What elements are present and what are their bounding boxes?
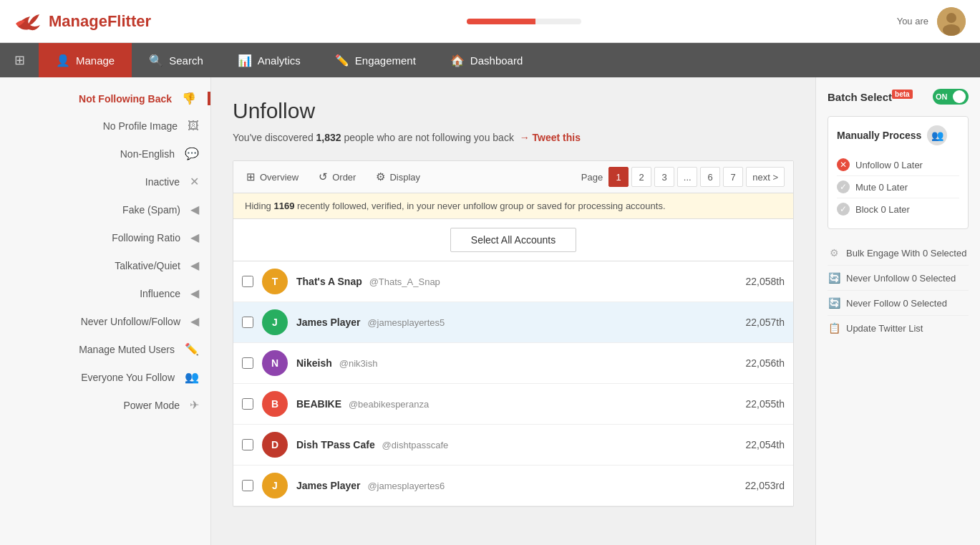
batch-select-header: Batch Selectbeta ON — [828, 89, 969, 105]
account-checkbox-5[interactable] — [242, 480, 253, 491]
nav-search[interactable]: 🔍 Search — [132, 43, 220, 77]
sidebar-item-no-profile-image[interactable]: No Profile Image 🖼 — [0, 112, 210, 140]
sidebar-item-talkative[interactable]: Talkative/Quiet ◀ — [0, 251, 210, 279]
x-icon: ✕ — [190, 175, 199, 188]
account-name-4: Dish TPass Cafe — [296, 439, 375, 450]
power-icon: ✈ — [190, 398, 199, 412]
account-checkbox-3[interactable] — [242, 398, 253, 410]
main-layout: Not Following Back 👎 No Profile Image 🖼 … — [0, 77, 980, 545]
chat-icon: 💬 — [185, 147, 199, 160]
sidebar-item-power-mode[interactable]: Power Mode ✈ — [0, 391, 210, 419]
sidebar-active-bar — [208, 92, 210, 105]
action-unfollow[interactable]: ✕ Unfollow 0 Later — [837, 154, 959, 176]
nav-manage[interactable]: 👤 Manage — [39, 43, 132, 77]
top-bar: ManageFlitter You are — [0, 0, 980, 43]
order-button[interactable]: ↺ Order — [314, 168, 360, 186]
analytics-nav-icon: 📊 — [238, 54, 252, 67]
sidebar-item-everyone-follow[interactable]: Everyone You Follow 👥 — [0, 363, 210, 391]
toggle-on[interactable]: ON — [933, 89, 969, 105]
account-checkbox-2[interactable] — [242, 357, 253, 369]
account-rank-1: 22,057th — [746, 317, 785, 328]
page-btn-7[interactable]: 7 — [723, 167, 743, 187]
account-avatar-4: D — [262, 432, 288, 458]
account-name-0: That's A Snap — [296, 276, 362, 287]
chevron-left-icon-fake: ◀ — [190, 203, 199, 216]
subtitle-prefix: You've discovered — [233, 132, 314, 143]
select-all-button[interactable]: Select All Accounts — [450, 228, 576, 252]
nav-analytics-label: Analytics — [258, 54, 301, 67]
account-row-5: J James Player @jamesplayertes6 22,053rd — [233, 466, 793, 506]
tweet-this-link[interactable]: → Tweet this — [520, 132, 581, 143]
gear-icon: ⚙ — [828, 246, 840, 259]
page-btn-6[interactable]: 6 — [700, 167, 720, 187]
hide-prefix: Hiding — [245, 201, 271, 211]
sidebar-label-following-ratio: Following Ratio — [0, 232, 180, 243]
account-rank-0: 22,058th — [746, 276, 785, 287]
order-label: Order — [332, 172, 356, 183]
beta-badge: beta — [892, 90, 913, 99]
account-name-2: Nikeish — [296, 357, 332, 369]
sidebar-item-following-ratio[interactable]: Following Ratio ◀ — [0, 223, 210, 251]
nav-dashboard-label: Dashboard — [470, 54, 523, 67]
nav-bar: ⊞ 👤 Manage 🔍 Search 📊 Analytics ✏️ Engag… — [0, 43, 980, 77]
sidebar-item-non-english[interactable]: Non-English 💬 — [0, 140, 210, 168]
refresh-icon-unfollow: 🔄 — [828, 271, 840, 284]
update-list-action[interactable]: 📋 Update Twitter List — [828, 316, 969, 340]
user-avatar[interactable] — [937, 7, 966, 36]
batch-toggle[interactable]: ON — [933, 89, 969, 105]
action-block[interactable]: ✓ Block 0 Later — [837, 198, 959, 220]
sidebar-item-influence[interactable]: Influence ◀ — [0, 279, 210, 307]
sidebar-label-fake-spam: Fake (Spam) — [0, 204, 180, 216]
logo-bird-icon — [14, 11, 43, 32]
account-avatar-5: J — [262, 473, 288, 498]
top-bar-right: You are — [897, 7, 966, 36]
right-panel: Batch Selectbeta ON Manually Process 👥 ✕… — [815, 77, 980, 545]
never-unfollow-action[interactable]: 🔄 Never Unfollow 0 Selected — [828, 266, 969, 291]
subtitle-suffix: people who are not following you back — [344, 132, 514, 143]
chevron-left-icon-never: ◀ — [190, 314, 199, 328]
page-btn-2[interactable]: 2 — [631, 167, 651, 187]
progress-bar — [467, 19, 581, 24]
chevron-left-icon-influence: ◀ — [190, 286, 199, 300]
you-are-label: You are — [897, 16, 928, 26]
nav-engagement[interactable]: ✏️ Engagement — [318, 43, 433, 77]
nav-manage-label: Manage — [76, 54, 115, 67]
account-info-1: James Player @jamesplayertes5 — [296, 317, 445, 328]
account-row-1: J James Player @jamesplayertes5 22,057th — [233, 302, 793, 343]
account-checkbox-4[interactable] — [242, 439, 253, 450]
account-row-0: T That's A Snap @Thats_A_Snap 22,058th — [233, 261, 793, 302]
account-avatar-2: N — [262, 350, 288, 376]
toggle-on-label: ON — [936, 92, 948, 101]
account-checkbox-1[interactable] — [242, 317, 253, 328]
bulk-engage-action[interactable]: ⚙ Bulk Engage With 0 Selected — [828, 241, 969, 266]
display-label: Display — [389, 172, 420, 183]
sidebar-item-inactive[interactable]: Inactive ✕ — [0, 168, 210, 196]
grid-icon[interactable]: ⊞ — [0, 43, 39, 77]
batch-select-label: Batch Selectbeta — [828, 90, 913, 103]
unfollow-icon: ✕ — [837, 158, 850, 171]
account-checkbox-0[interactable] — [242, 276, 253, 287]
page-btn-ellipsis: ... — [677, 167, 697, 187]
nav-dashboard[interactable]: 🏠 Dashboard — [433, 43, 540, 77]
nav-analytics[interactable]: 📊 Analytics — [220, 43, 318, 77]
page-btn-next[interactable]: next > — [746, 167, 785, 187]
bulk-actions-section: ⚙ Bulk Engage With 0 Selected 🔄 Never Un… — [828, 241, 969, 340]
display-button[interactable]: ⚙ Display — [372, 168, 424, 186]
sidebar-item-not-following-back[interactable]: Not Following Back 👎 — [0, 85, 210, 112]
sidebar-item-manage-muted[interactable]: Manage Muted Users ✏️ — [0, 335, 210, 363]
logo[interactable]: ManageFlitter — [14, 11, 151, 32]
order-icon: ↺ — [319, 170, 328, 183]
never-follow-action[interactable]: 🔄 Never Follow 0 Selected — [828, 291, 969, 316]
never-follow-label: Never Follow 0 Selected — [846, 298, 947, 309]
action-mute[interactable]: ✓ Mute 0 Later — [837, 176, 959, 198]
page-btn-1[interactable]: 1 — [608, 167, 629, 187]
sidebar-label-power-mode: Power Mode — [0, 400, 180, 411]
sidebar-item-fake-spam[interactable]: Fake (Spam) ◀ — [0, 196, 210, 223]
sidebar-item-never-unfollow[interactable]: Never Unfollow/Follow ◀ — [0, 307, 210, 335]
account-handle-2: @nik3ish — [339, 358, 378, 369]
display-icon: ⚙ — [376, 170, 385, 183]
overview-button[interactable]: ⊞ Overview — [242, 168, 303, 186]
sidebar-label-manage-muted: Manage Muted Users — [0, 344, 175, 355]
toggle-circle — [953, 90, 966, 103]
page-btn-3[interactable]: 3 — [654, 167, 674, 187]
